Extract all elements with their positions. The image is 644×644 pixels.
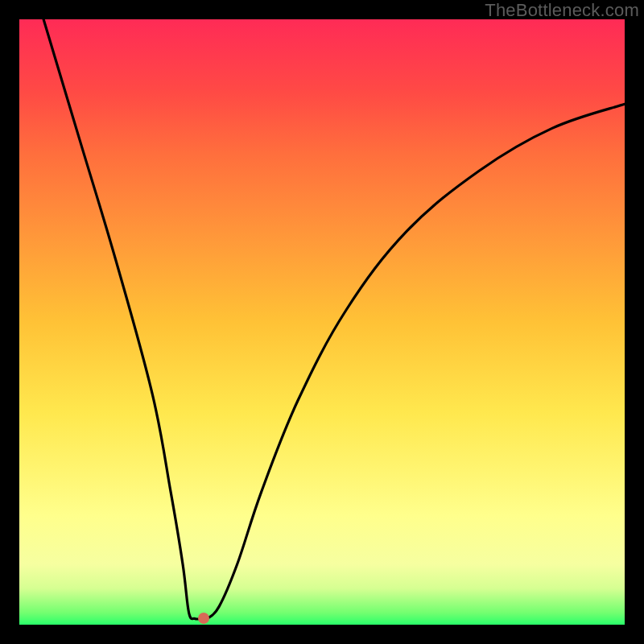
curve-path xyxy=(43,19,625,620)
bottleneck-curve xyxy=(19,19,625,625)
watermark-text: TheBottleneck.com xyxy=(485,0,639,21)
plot-area xyxy=(19,19,625,625)
optimal-point-marker xyxy=(198,613,209,624)
chart-frame: TheBottleneck.com xyxy=(0,0,644,644)
